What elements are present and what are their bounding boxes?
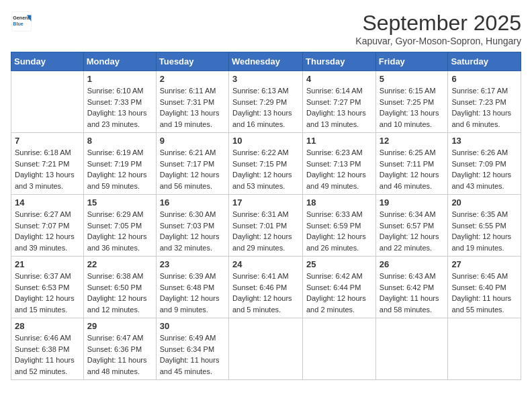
day-number: 9 (160, 136, 225, 146)
day-info: Sunrise: 6:23 AM Sunset: 7:13 PM Dayligh… (306, 147, 372, 191)
calendar-cell: 22Sunrise: 6:38 AM Sunset: 6:50 PM Dayli… (83, 257, 156, 318)
day-number: 10 (232, 136, 299, 146)
calendar-cell: 23Sunrise: 6:39 AM Sunset: 6:48 PM Dayli… (156, 257, 228, 318)
calendar-cell (448, 318, 521, 380)
calendar-cell: 2Sunrise: 6:11 AM Sunset: 7:31 PM Daylig… (156, 71, 228, 133)
calendar-cell: 18Sunrise: 6:33 AM Sunset: 6:59 PM Dayli… (303, 195, 376, 257)
day-info: Sunrise: 6:19 AM Sunset: 7:19 PM Dayligh… (87, 147, 152, 191)
day-number: 2 (160, 74, 225, 84)
day-number: 5 (380, 74, 445, 84)
day-number: 11 (306, 136, 372, 146)
calendar-cell: 6Sunrise: 6:17 AM Sunset: 7:23 PM Daylig… (448, 71, 521, 133)
calendar-cell: 14Sunrise: 6:27 AM Sunset: 7:07 PM Dayli… (11, 195, 84, 257)
day-info: Sunrise: 6:18 AM Sunset: 7:21 PM Dayligh… (15, 147, 80, 191)
day-info: Sunrise: 6:34 AM Sunset: 6:57 PM Dayligh… (380, 209, 445, 253)
day-number: 23 (160, 259, 225, 269)
svg-text:Blue: Blue (13, 21, 24, 27)
location-subtitle: Kapuvar, Gyor-Moson-Sopron, Hungary (355, 36, 521, 46)
page-header: General Blue September 2025 Kapuvar, Gyo… (11, 11, 521, 46)
logo-icon: General Blue (11, 11, 32, 32)
calendar-cell: 4Sunrise: 6:14 AM Sunset: 7:27 PM Daylig… (303, 71, 376, 133)
calendar-cell: 8Sunrise: 6:19 AM Sunset: 7:19 PM Daylig… (83, 133, 156, 195)
calendar-table: SundayMondayTuesdayWednesdayThursdayFrid… (11, 52, 521, 380)
day-info: Sunrise: 6:41 AM Sunset: 6:46 PM Dayligh… (232, 271, 299, 315)
day-number: 29 (87, 321, 152, 331)
week-row-1: 1Sunrise: 6:10 AM Sunset: 7:33 PM Daylig… (11, 71, 521, 133)
calendar-cell: 28Sunrise: 6:46 AM Sunset: 6:38 PM Dayli… (11, 318, 84, 380)
column-header-sunday: Sunday (11, 52, 84, 71)
column-header-saturday: Saturday (448, 52, 521, 71)
day-number: 16 (160, 197, 225, 208)
week-row-4: 21Sunrise: 6:37 AM Sunset: 6:53 PM Dayli… (11, 257, 521, 318)
day-number: 3 (232, 74, 299, 84)
day-number: 13 (451, 136, 517, 146)
day-info: Sunrise: 6:39 AM Sunset: 6:48 PM Dayligh… (160, 271, 225, 315)
day-info: Sunrise: 6:22 AM Sunset: 7:15 PM Dayligh… (232, 147, 299, 191)
calendar-cell: 16Sunrise: 6:30 AM Sunset: 7:03 PM Dayli… (156, 195, 228, 257)
column-header-wednesday: Wednesday (228, 52, 302, 71)
day-number: 4 (306, 74, 372, 84)
calendar-cell: 20Sunrise: 6:35 AM Sunset: 6:55 PM Dayli… (448, 195, 521, 257)
day-number: 30 (160, 321, 225, 331)
day-info: Sunrise: 6:47 AM Sunset: 6:36 PM Dayligh… (87, 332, 152, 377)
calendar-cell: 19Sunrise: 6:34 AM Sunset: 6:57 PM Dayli… (375, 195, 448, 257)
day-number: 17 (232, 197, 299, 208)
week-row-5: 28Sunrise: 6:46 AM Sunset: 6:38 PM Dayli… (11, 318, 521, 380)
day-info: Sunrise: 6:21 AM Sunset: 7:17 PM Dayligh… (160, 147, 225, 191)
day-number: 25 (306, 259, 372, 269)
calendar-cell: 3Sunrise: 6:13 AM Sunset: 7:29 PM Daylig… (228, 71, 302, 133)
day-number: 1 (87, 74, 152, 84)
calendar-cell: 13Sunrise: 6:26 AM Sunset: 7:09 PM Dayli… (448, 133, 521, 195)
calendar-cell: 9Sunrise: 6:21 AM Sunset: 7:17 PM Daylig… (156, 133, 228, 195)
day-info: Sunrise: 6:26 AM Sunset: 7:09 PM Dayligh… (451, 147, 517, 191)
day-info: Sunrise: 6:25 AM Sunset: 7:11 PM Dayligh… (380, 147, 445, 191)
day-info: Sunrise: 6:37 AM Sunset: 6:53 PM Dayligh… (15, 271, 80, 315)
week-row-3: 14Sunrise: 6:27 AM Sunset: 7:07 PM Dayli… (11, 195, 521, 257)
day-info: Sunrise: 6:11 AM Sunset: 7:31 PM Dayligh… (160, 85, 225, 130)
day-info: Sunrise: 6:31 AM Sunset: 7:01 PM Dayligh… (232, 209, 299, 253)
month-title: September 2025 (355, 11, 521, 36)
day-number: 8 (87, 136, 152, 146)
calendar-cell: 1Sunrise: 6:10 AM Sunset: 7:33 PM Daylig… (83, 71, 156, 133)
day-info: Sunrise: 6:30 AM Sunset: 7:03 PM Dayligh… (160, 209, 225, 253)
calendar-cell: 26Sunrise: 6:43 AM Sunset: 6:42 PM Dayli… (375, 257, 448, 318)
day-info: Sunrise: 6:49 AM Sunset: 6:34 PM Dayligh… (160, 332, 225, 377)
day-info: Sunrise: 6:15 AM Sunset: 7:25 PM Dayligh… (380, 85, 445, 130)
day-number: 20 (451, 197, 517, 208)
day-number: 15 (87, 197, 152, 208)
day-number: 19 (380, 197, 445, 208)
day-info: Sunrise: 6:45 AM Sunset: 6:40 PM Dayligh… (451, 271, 517, 315)
calendar-cell: 17Sunrise: 6:31 AM Sunset: 7:01 PM Dayli… (228, 195, 302, 257)
day-number: 21 (15, 259, 80, 269)
day-info: Sunrise: 6:38 AM Sunset: 6:50 PM Dayligh… (87, 271, 152, 315)
day-number: 26 (380, 259, 445, 269)
logo: General Blue (11, 11, 32, 32)
calendar-header-row: SundayMondayTuesdayWednesdayThursdayFrid… (11, 52, 521, 71)
day-info: Sunrise: 6:27 AM Sunset: 7:07 PM Dayligh… (15, 209, 80, 253)
day-info: Sunrise: 6:13 AM Sunset: 7:29 PM Dayligh… (232, 85, 299, 130)
day-info: Sunrise: 6:43 AM Sunset: 6:42 PM Dayligh… (380, 271, 445, 315)
column-header-monday: Monday (83, 52, 156, 71)
day-info: Sunrise: 6:29 AM Sunset: 7:05 PM Dayligh… (87, 209, 152, 253)
day-number: 12 (380, 136, 445, 146)
column-header-friday: Friday (375, 52, 448, 71)
calendar-cell: 25Sunrise: 6:42 AM Sunset: 6:44 PM Dayli… (303, 257, 376, 318)
calendar-cell: 15Sunrise: 6:29 AM Sunset: 7:05 PM Dayli… (83, 195, 156, 257)
day-number: 7 (15, 136, 80, 146)
day-number: 27 (451, 259, 517, 269)
column-header-tuesday: Tuesday (156, 52, 228, 71)
day-number: 22 (87, 259, 152, 269)
calendar-cell: 27Sunrise: 6:45 AM Sunset: 6:40 PM Dayli… (448, 257, 521, 318)
day-info: Sunrise: 6:17 AM Sunset: 7:23 PM Dayligh… (451, 85, 517, 130)
day-number: 6 (451, 74, 517, 84)
calendar-cell (375, 318, 448, 380)
calendar-cell: 5Sunrise: 6:15 AM Sunset: 7:25 PM Daylig… (375, 71, 448, 133)
calendar-cell: 7Sunrise: 6:18 AM Sunset: 7:21 PM Daylig… (11, 133, 84, 195)
calendar-cell: 30Sunrise: 6:49 AM Sunset: 6:34 PM Dayli… (156, 318, 228, 380)
column-header-thursday: Thursday (303, 52, 376, 71)
day-number: 24 (232, 259, 299, 269)
day-info: Sunrise: 6:10 AM Sunset: 7:33 PM Dayligh… (87, 85, 152, 130)
title-block: September 2025 Kapuvar, Gyor-Moson-Sopro… (355, 11, 521, 46)
day-number: 18 (306, 197, 372, 208)
day-info: Sunrise: 6:33 AM Sunset: 6:59 PM Dayligh… (306, 209, 372, 253)
